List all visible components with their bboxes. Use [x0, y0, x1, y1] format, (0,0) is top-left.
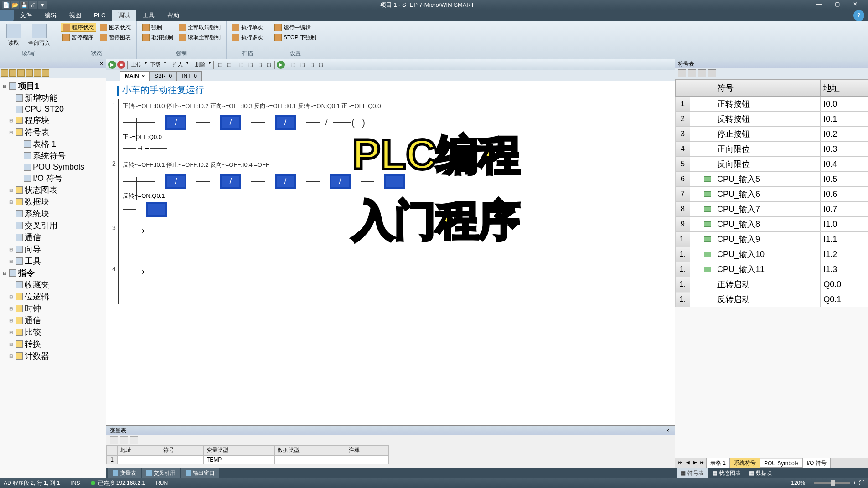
- help-icon[interactable]: ?: [853, 10, 864, 21]
- sym-tb-btn[interactable]: [698, 69, 706, 77]
- contact[interactable]: /: [165, 115, 186, 130]
- var-tb-btn[interactable]: [120, 436, 128, 444]
- tab-file[interactable]: 文件: [14, 10, 38, 21]
- tree-node[interactable]: ⊞向导: [0, 243, 106, 255]
- maximize-button[interactable]: ▢: [832, 1, 842, 9]
- variable-table[interactable]: 地址 符号 变量类型 数据类型 注释 1 TEMP: [106, 445, 675, 468]
- stop-force-button[interactable]: STOP 下强制: [273, 33, 318, 42]
- tree-tb-4[interactable]: [26, 69, 33, 77]
- minimize-button[interactable]: —: [813, 1, 824, 9]
- symbol-row[interactable]: 1. 正转启动Q0.0: [676, 277, 868, 292]
- tb-icon[interactable]: ⬚: [316, 61, 325, 69]
- tree-node[interactable]: I/O 符号: [0, 172, 106, 184]
- run-icon[interactable]: ▶: [108, 61, 116, 69]
- tree-node[interactable]: ⊞位逻辑: [0, 291, 106, 303]
- zoom-slider[interactable]: [814, 482, 850, 484]
- network-2[interactable]: 2 反转~=OFF:I0.1 停止~=OFF:I0.2 反向~=OFF:I0.4…: [110, 158, 671, 222]
- tab-view[interactable]: 视图: [63, 10, 88, 21]
- tree-node[interactable]: ⊞比较: [0, 326, 106, 338]
- tree-node[interactable]: ⊞程序块: [0, 114, 106, 126]
- contact[interactable]: /: [165, 174, 186, 189]
- nav-next-icon[interactable]: ▶: [692, 460, 699, 467]
- tree-tb-3[interactable]: [17, 69, 25, 77]
- symbol-row[interactable]: 1 正转按钮I0.0: [676, 97, 868, 112]
- tree-node[interactable]: ⊞计数器: [0, 350, 106, 362]
- download-dropdown[interactable]: 下载: [149, 60, 167, 69]
- chart-status-button[interactable]: 图表状态: [98, 23, 133, 32]
- tree-node[interactable]: 系统块: [0, 208, 106, 220]
- tree-tb-1[interactable]: [1, 69, 8, 77]
- var-row[interactable]: 1 TEMP: [107, 456, 389, 464]
- run-edit-button[interactable]: 运行中编辑: [273, 23, 318, 32]
- symbol-row[interactable]: 1. 反转启动Q0.1: [676, 292, 868, 307]
- btab-output[interactable]: 输出窗口: [181, 468, 219, 478]
- write-all-button[interactable]: 全部写入: [26, 23, 53, 48]
- btab-crossref[interactable]: 交叉引用: [142, 468, 180, 478]
- rbt-datablock[interactable]: ▦数据块: [745, 468, 776, 478]
- tab-plc[interactable]: PLC: [88, 10, 112, 21]
- tree-node[interactable]: POU Symbols: [0, 162, 106, 172]
- read-button[interactable]: 读取: [4, 23, 24, 48]
- qat-dropdown-icon[interactable]: ▾: [38, 1, 46, 9]
- symbol-row[interactable]: 1. CPU_输入11I1.3: [676, 262, 868, 277]
- symbol-row[interactable]: 1. CPU_输入9I1.1: [676, 232, 868, 247]
- qat-new-icon[interactable]: 📄: [2, 1, 10, 9]
- tab-help[interactable]: 帮助: [161, 10, 186, 21]
- tree-node[interactable]: ⊟项目1: [0, 80, 106, 92]
- tb-icon[interactable]: ⬚: [237, 61, 245, 69]
- symbol-row[interactable]: 5 反向限位I0.4: [676, 157, 868, 172]
- tree-node[interactable]: ⊞工具: [0, 255, 106, 267]
- qat-open-icon[interactable]: 📂: [11, 1, 19, 9]
- tree-tb-2[interactable]: [9, 69, 16, 77]
- network-1[interactable]: 1 正转~=OFF:I0.0 停止~=OFF:I0.2 正向~=OFF:I0.3…: [110, 99, 671, 158]
- pause-chart-button[interactable]: 暂停图表: [98, 33, 133, 42]
- tb-icon[interactable]: ⬚: [246, 61, 254, 69]
- var-close-icon[interactable]: ×: [664, 427, 671, 434]
- read-all-force-button[interactable]: 读取全部强制: [177, 33, 222, 42]
- upload-dropdown[interactable]: 上传: [129, 60, 148, 69]
- tree-node[interactable]: ⊞状态图表: [0, 184, 106, 196]
- nav-first-icon[interactable]: ⏮: [677, 460, 684, 467]
- sym-tb-btn[interactable]: [678, 69, 686, 77]
- contact[interactable]: /: [275, 174, 296, 189]
- tree-node[interactable]: 交叉引用: [0, 220, 106, 231]
- tab-tools[interactable]: 工具: [136, 10, 161, 21]
- zoom-out-icon[interactable]: −: [808, 480, 811, 486]
- insert-dropdown[interactable]: 插入: [171, 60, 189, 69]
- network-3[interactable]: 3 ⟶: [110, 222, 671, 263]
- symbol-row[interactable]: 6 CPU_输入5I0.5: [676, 172, 868, 187]
- tree-node[interactable]: ⊞数据块: [0, 196, 106, 208]
- unforce-all-button[interactable]: 全部取消强制: [177, 23, 222, 32]
- tree-node[interactable]: ⊟指令: [0, 267, 106, 279]
- pause-program-button[interactable]: 暂停程序: [61, 33, 96, 42]
- tree-node[interactable]: 通信: [0, 231, 106, 243]
- rbt-symbol[interactable]: ▦符号表: [677, 468, 708, 478]
- tb-icon[interactable]: ⬚: [289, 61, 297, 69]
- tab-sbr0[interactable]: SBR_0: [150, 71, 177, 81]
- tb-icon[interactable]: ⬚: [255, 61, 264, 69]
- exec-once-button[interactable]: 执行单次: [230, 23, 265, 32]
- sym-tb-btn[interactable]: [688, 69, 696, 77]
- tree-node[interactable]: ⊞通信: [0, 314, 106, 326]
- exec-multi-button[interactable]: 执行多次: [230, 33, 265, 42]
- tree-node[interactable]: 表格 1: [0, 138, 106, 150]
- close-button[interactable]: ✕: [850, 1, 861, 9]
- zoom-in-icon[interactable]: +: [853, 480, 856, 486]
- tree-tb-5[interactable]: [34, 69, 41, 77]
- symbol-row[interactable]: 9 CPU_输入8I1.0: [676, 217, 868, 232]
- symbol-row[interactable]: 2 反转按钮I0.1: [676, 112, 868, 127]
- tb-icon[interactable]: ⬚: [216, 61, 224, 69]
- tree-tb-6[interactable]: [42, 69, 49, 77]
- tree-node[interactable]: 新增功能: [0, 92, 106, 104]
- force-button[interactable]: 强制: [140, 23, 175, 32]
- qat-save-icon[interactable]: 💾: [20, 1, 28, 9]
- file-corner-button[interactable]: [0, 10, 14, 21]
- tab-edit[interactable]: 编辑: [38, 10, 63, 21]
- var-tb-btn[interactable]: [110, 436, 118, 444]
- stop-icon[interactable]: ■: [117, 61, 125, 69]
- nav-prev-icon[interactable]: ◀: [684, 460, 692, 467]
- tab-close-icon[interactable]: ×: [142, 73, 145, 79]
- sym-tab-io[interactable]: I/O 符号: [802, 458, 830, 468]
- contact[interactable]: /: [275, 115, 296, 130]
- symbol-row[interactable]: 1. CPU_输入10I1.2: [676, 247, 868, 262]
